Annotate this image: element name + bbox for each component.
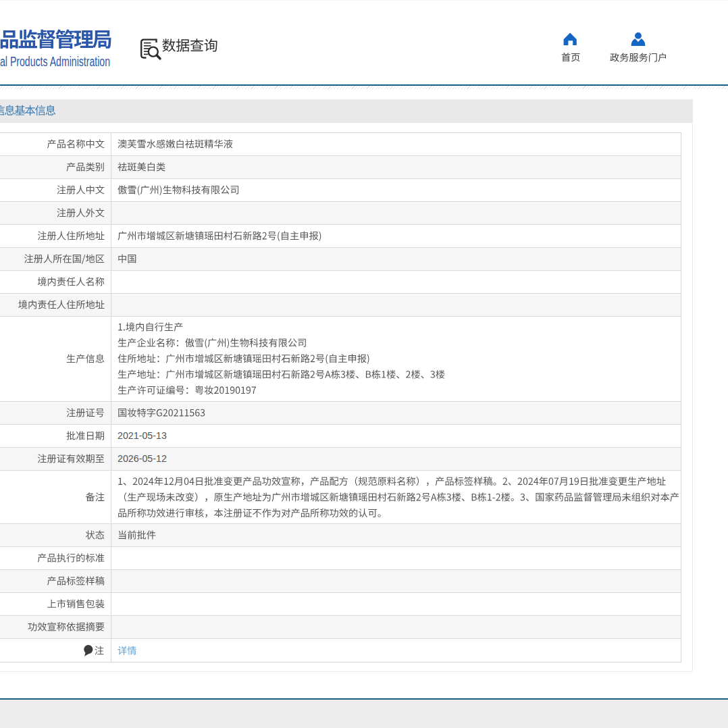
svg-text:al Products Administration: al Products Administration [0,54,110,69]
svg-text:2021-05-13: 2021-05-13 [118,430,167,441]
svg-text:2026-05-12: 2026-05-12 [118,453,167,464]
